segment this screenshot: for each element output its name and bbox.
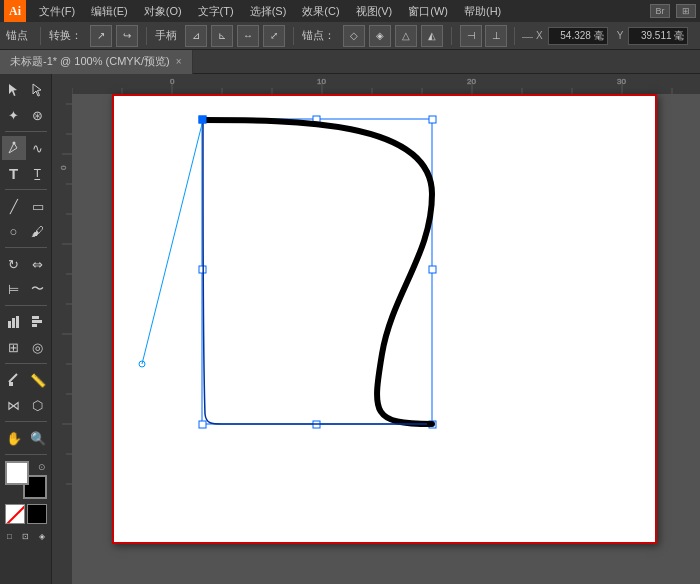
convert-corner-btn[interactable]: ↗ xyxy=(90,25,112,47)
menu-effect[interactable]: 效果(C) xyxy=(295,0,346,22)
warp-tool-btn[interactable]: 〜 xyxy=(26,277,50,301)
pen-tool-btn[interactable] xyxy=(2,136,26,160)
tab-title: 未标题-1* @ 100% (CMYK/预览) xyxy=(10,54,170,69)
app-logo: Ai xyxy=(4,0,26,22)
blend-tool-btn[interactable]: ⋈ xyxy=(2,393,26,417)
y-value-input[interactable] xyxy=(628,27,688,45)
tool-row-grid: ⊞ ◎ xyxy=(2,335,50,359)
tool-row-blend: ⋈ ⬡ xyxy=(2,393,50,417)
anchorpt-btn-3[interactable]: △ xyxy=(395,25,417,47)
graph-col-btn[interactable] xyxy=(2,310,26,334)
handle-btn-4[interactable]: ⤢ xyxy=(263,25,285,47)
tool-row-view: ✋ 🔍 xyxy=(2,426,50,450)
anchorpt-label: 锚点： xyxy=(302,28,335,43)
menu-select[interactable]: 选择(S) xyxy=(243,0,294,22)
normal-mode-btn[interactable]: □ xyxy=(3,529,17,543)
type-tool-btn[interactable]: T xyxy=(2,161,26,185)
svg-rect-7 xyxy=(32,320,42,323)
tool-sep-4 xyxy=(5,305,47,306)
left-toolbar: ✦ ⊛ ∿ T T̲ ╱ ▭ ○ 🖌 xyxy=(0,74,52,584)
handle-btn-1[interactable]: ⊿ xyxy=(185,25,207,47)
document-tab[interactable]: 未标题-1* @ 100% (CMYK/预览) × xyxy=(0,50,193,74)
graph-bar-btn[interactable] xyxy=(26,310,50,334)
rotate-tool-btn[interactable]: ↻ xyxy=(2,252,26,276)
tool-sep-6 xyxy=(5,421,47,422)
svg-rect-8 xyxy=(32,324,37,327)
svg-marker-1 xyxy=(33,84,41,96)
tab-close-btn[interactable]: × xyxy=(176,56,182,67)
ellipse-tool-btn[interactable]: ○ xyxy=(2,219,26,243)
handle-btn-3[interactable]: ↔ xyxy=(237,25,259,47)
paintbrush-btn[interactable]: 🖌 xyxy=(26,219,50,243)
line-tool-btn[interactable]: ╱ xyxy=(2,194,26,218)
ctrl-sep-3 xyxy=(293,27,294,45)
main-layout: ✦ ⊛ ∿ T T̲ ╱ ▭ ○ 🖌 xyxy=(0,74,700,584)
svg-text:0: 0 xyxy=(59,165,68,170)
tool-row-type: T T̲ xyxy=(2,161,50,185)
select-tool-btn[interactable] xyxy=(2,78,26,102)
svg-marker-0 xyxy=(9,84,17,96)
rect-grid-btn[interactable]: ⊞ xyxy=(2,335,26,359)
svg-text:30: 30 xyxy=(617,77,626,86)
ruler-vertical: 0 xyxy=(52,74,72,584)
control-bar: 锚点 转换： ↗ ↪ 手柄 ⊿ ⊾ ↔ ⤢ 锚点： ◇ ◈ △ ◭ ⊣ ⊥ — … xyxy=(0,22,700,50)
none-fill-area xyxy=(5,504,47,524)
anchorpt-btn-4[interactable]: ◭ xyxy=(421,25,443,47)
tool-row-lasso: ✦ ⊛ xyxy=(2,103,50,127)
svg-rect-30 xyxy=(52,74,72,584)
ctrl-sep-4 xyxy=(451,27,452,45)
lasso-btn[interactable]: ⊛ xyxy=(26,103,50,127)
menu-window[interactable]: 窗口(W) xyxy=(401,0,455,22)
canvas-area[interactable]: 0 10 20 30 xyxy=(52,74,700,584)
panel-icon: ⊞ xyxy=(676,4,696,18)
isolate-mode-btn[interactable]: ◈ xyxy=(35,529,49,543)
tool-row-paint: 📏 xyxy=(2,368,50,392)
menu-object[interactable]: 对象(O) xyxy=(137,0,189,22)
direct-select-tool-btn[interactable] xyxy=(26,78,50,102)
anchorpt-btn-2[interactable]: ◈ xyxy=(369,25,391,47)
menu-text[interactable]: 文字(T) xyxy=(191,0,241,22)
artboard xyxy=(112,94,657,544)
convert-label: 转换： xyxy=(49,28,82,43)
coord-controls: ⊣ ⊥ — X Y xyxy=(460,25,688,47)
tool-row-transform: ↻ ⇔ xyxy=(2,252,50,276)
menu-bar: Ai 文件(F) 编辑(E) 对象(O) 文字(T) 选择(S) 效果(C) 视… xyxy=(0,0,700,22)
live-paint-btn[interactable]: ⬡ xyxy=(26,393,50,417)
align-center-btn[interactable]: ⊥ xyxy=(485,25,507,47)
menu-view[interactable]: 视图(V) xyxy=(349,0,400,22)
x-value-input[interactable] xyxy=(548,27,608,45)
black-stroke-box[interactable] xyxy=(27,504,47,524)
convert-smooth-btn[interactable]: ↪ xyxy=(116,25,138,47)
anchorpt-btn-1[interactable]: ◇ xyxy=(343,25,365,47)
reset-colors-icon[interactable]: ⊙ xyxy=(38,462,46,472)
svg-rect-12 xyxy=(52,74,700,94)
polar-grid-btn[interactable]: ◎ xyxy=(26,335,50,359)
hand-tool-btn[interactable]: ✋ xyxy=(2,426,26,450)
eyedropper-btn[interactable] xyxy=(2,368,26,392)
magic-wand-btn[interactable]: ✦ xyxy=(2,103,26,127)
measure-btn[interactable]: 📏 xyxy=(26,368,50,392)
x-icon: X xyxy=(536,30,543,41)
tool-row-line: ╱ ▭ xyxy=(2,194,50,218)
handle-btn-2[interactable]: ⊾ xyxy=(211,25,233,47)
touch-type-btn[interactable]: T̲ xyxy=(26,161,50,185)
menu-help[interactable]: 帮助(H) xyxy=(457,0,508,22)
color-swatch-area[interactable]: ⊙ xyxy=(5,461,47,499)
ruler-horizontal: 0 10 20 30 xyxy=(52,74,700,94)
menu-file[interactable]: 文件(F) xyxy=(32,0,82,22)
width-tool-btn[interactable]: ⊨ xyxy=(2,277,26,301)
curvature-btn[interactable]: ∿ xyxy=(26,136,50,160)
behind-mode-btn[interactable]: ⊡ xyxy=(19,529,33,543)
reflect-tool-btn[interactable]: ⇔ xyxy=(26,252,50,276)
no-fill-box[interactable] xyxy=(5,504,25,524)
menu-edit[interactable]: 编辑(E) xyxy=(84,0,135,22)
tool-sep-1 xyxy=(5,131,47,132)
tool-row-graph xyxy=(2,310,50,334)
rect-tool-btn[interactable]: ▭ xyxy=(26,194,50,218)
svg-rect-9 xyxy=(9,382,13,386)
br-icon: Br xyxy=(650,4,670,18)
handle-label: 手柄 xyxy=(155,28,177,43)
align-left-btn[interactable]: ⊣ xyxy=(460,25,482,47)
fill-swatch[interactable] xyxy=(5,461,29,485)
zoom-tool-btn[interactable]: 🔍 xyxy=(26,426,50,450)
